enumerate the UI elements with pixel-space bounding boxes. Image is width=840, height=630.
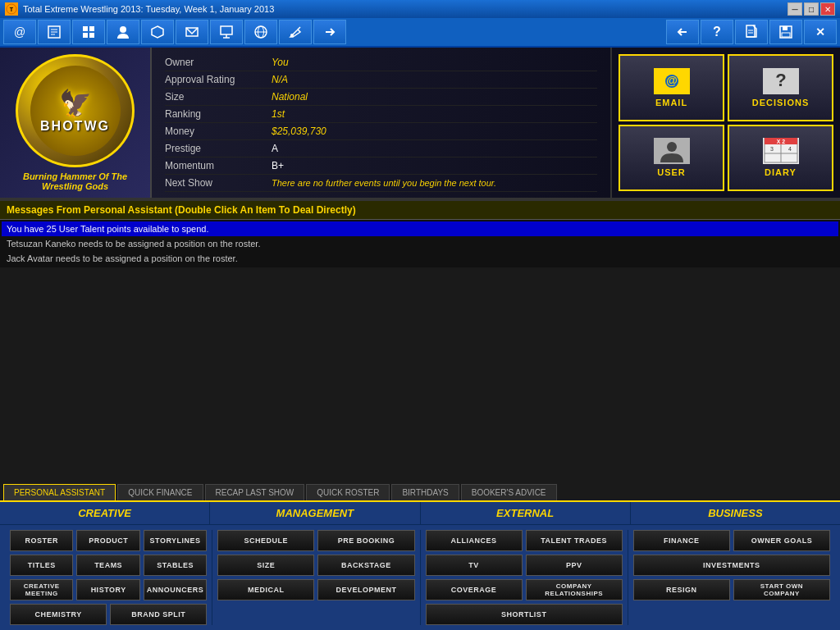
storylines-btn[interactable]: STORYLINES xyxy=(144,530,207,551)
logo-bird-icon: 🦅 xyxy=(59,88,92,119)
diary-action-btn[interactable]: X 2 3 4 DIARY xyxy=(728,125,833,192)
toolbar-doc-btn[interactable] xyxy=(735,20,768,44)
user-icon xyxy=(654,138,690,164)
top-info: 🦅 BHOTWG Burning Hammer Of TheWrestling … xyxy=(0,48,840,199)
message-item-0[interactable]: You have 25 User Talent points available… xyxy=(2,221,838,236)
stat-next-show: Next Show There are no further events un… xyxy=(165,175,597,192)
toolbar-arrow-btn[interactable] xyxy=(313,20,346,44)
announcers-btn[interactable]: ANNOUNCERS xyxy=(144,579,207,600)
email-icon: @ xyxy=(654,68,690,94)
schedule-btn[interactable]: SCHEDULE xyxy=(217,530,314,551)
category-headers: CREATIVE MANAGEMENT EXTERNAL BUSINESS xyxy=(0,502,840,525)
company-relationships-btn[interactable]: COMPANYRELATIONSHIPS xyxy=(526,579,623,600)
business-column: FINANCE OWNER GOALS INVESTMENTS RESIGN S… xyxy=(628,530,835,625)
pre-booking-btn[interactable]: PRE BOOKING xyxy=(317,530,414,551)
svg-text:3: 3 xyxy=(770,146,774,152)
logo-area: 🦅 BHOTWG Burning Hammer Of TheWrestling … xyxy=(0,48,152,198)
messages-list: You have 25 User Talent points available… xyxy=(0,220,840,267)
toolbar-email-btn[interactable]: @ xyxy=(3,20,36,44)
business-row-1: FINANCE OWNER GOALS xyxy=(633,530,830,551)
stat-approval: Approval Rating N/A xyxy=(165,71,597,89)
creative-row-2: TITLES TEAMS STABLES xyxy=(10,555,207,576)
app-icon: T xyxy=(5,2,18,16)
brand-split-btn[interactable]: BRAND SPLIT xyxy=(110,604,207,625)
toolbar-save-btn[interactable] xyxy=(769,20,802,44)
history-btn[interactable]: HISTORY xyxy=(76,579,139,600)
management-row-3: MEDICAL DEVELOPMENT xyxy=(217,579,414,600)
toolbar-person-btn[interactable] xyxy=(107,20,139,44)
stat-size-label: Size xyxy=(165,91,272,103)
tab-bookers-advice[interactable]: BOOKER'S ADVICE xyxy=(461,484,557,500)
messages-area: Messages From Personal Assistant (Double… xyxy=(0,199,840,479)
stat-next-show-value: There are no further events until you be… xyxy=(272,178,496,188)
toolbar-grid-btn[interactable] xyxy=(72,20,105,44)
talent-trades-btn[interactable]: TALENT TRADES xyxy=(526,530,623,551)
message-item-1[interactable]: Tetsuzan Kaneko needs to be assigned a p… xyxy=(2,236,838,251)
roster-btn[interactable]: ROSTER xyxy=(10,530,73,551)
stat-size-value: National xyxy=(272,91,308,103)
development-btn[interactable]: DEVELOPMENT xyxy=(317,579,414,600)
toolbar-tools-btn[interactable] xyxy=(279,20,312,44)
user-action-btn[interactable]: USER xyxy=(619,125,724,192)
tab-quick-finance[interactable]: QUICK FINANCE xyxy=(117,484,203,500)
decisions-action-btn[interactable]: ? DECISIONS xyxy=(728,54,833,121)
chemistry-btn[interactable]: CHEMISTRY xyxy=(10,604,107,625)
teams-btn[interactable]: TEAMS xyxy=(76,555,139,576)
svg-text:4: 4 xyxy=(788,146,792,152)
stat-ranking-value: 1st xyxy=(272,108,285,120)
close-button[interactable]: ✕ xyxy=(820,2,835,16)
stat-owner-value: You xyxy=(272,57,289,68)
investments-btn[interactable]: INVESTMENTS xyxy=(633,555,830,576)
finance-btn[interactable]: FINANCE xyxy=(633,530,730,551)
toolbar-globe-btn[interactable] xyxy=(244,20,277,44)
scrollable-messages[interactable]: You have 25 User Talent points available… xyxy=(0,220,840,267)
management-row-1: SCHEDULE PRE BOOKING xyxy=(217,530,414,551)
stat-prestige-value: A xyxy=(272,143,278,154)
start-own-company-btn[interactable]: START OWNCOMPANY xyxy=(733,579,830,600)
svg-text:T: T xyxy=(10,7,14,12)
button-grid: ROSTER PRODUCT STORYLINES TITLES TEAMS S… xyxy=(0,525,840,630)
toolbar-monitor-btn[interactable] xyxy=(210,20,243,44)
email-action-btn[interactable]: @ EMAIL xyxy=(619,54,724,121)
owner-goals-btn[interactable]: OWNER GOALS xyxy=(733,530,830,551)
toolbar-help-btn[interactable]: ? xyxy=(701,20,733,44)
title-bar: T Total Extreme Wrestling 2013: Tuesday,… xyxy=(0,0,840,18)
message-item-2[interactable]: Jack Avatar needs to be assigned a posit… xyxy=(2,251,838,266)
svg-rect-6 xyxy=(83,26,88,31)
toolbar-envelope-btn[interactable] xyxy=(176,20,208,44)
shortlist-btn[interactable]: SHORTLIST xyxy=(426,604,623,625)
backstage-btn[interactable]: BACKSTAGE xyxy=(317,555,414,576)
toolbar-exit-btn[interactable]: ✕ xyxy=(804,20,837,44)
main-toolbar: @ ? xyxy=(0,18,840,48)
toolbar-hex-btn[interactable] xyxy=(141,20,174,44)
maximize-button[interactable]: □ xyxy=(804,2,819,16)
coverage-btn[interactable]: COVERAGE xyxy=(426,579,523,600)
titles-btn[interactable]: TITLES xyxy=(10,555,73,576)
size-btn[interactable]: SIZE xyxy=(217,555,314,576)
toolbar-back-btn[interactable] xyxy=(666,20,699,44)
alliances-btn[interactable]: ALLIANCES xyxy=(426,530,523,551)
stat-momentum-label: Momentum xyxy=(165,160,272,171)
management-column: SCHEDULE PRE BOOKING SIZE BACKSTAGE MEDI… xyxy=(212,530,420,625)
creative-column: ROSTER PRODUCT STORYLINES TITLES TEAMS S… xyxy=(5,530,212,625)
ppv-btn[interactable]: PPV xyxy=(526,555,623,576)
stat-next-show-label: Next Show xyxy=(165,177,272,189)
creative-meeting-btn[interactable]: CREATIVEMEETING xyxy=(10,579,73,600)
svg-point-19 xyxy=(290,34,294,37)
minimize-button[interactable]: ─ xyxy=(788,2,802,16)
tab-birthdays[interactable]: BIRTHDAYS xyxy=(391,484,459,500)
tv-btn[interactable]: TV xyxy=(426,555,523,576)
external-row-4: SHORTLIST xyxy=(426,604,623,625)
tab-recap-last-show[interactable]: RECAP LAST SHOW xyxy=(205,484,305,500)
svg-text:X  2: X 2 xyxy=(776,139,785,144)
medical-btn[interactable]: MEDICAL xyxy=(217,579,314,600)
toolbar-notes-btn[interactable] xyxy=(38,20,71,44)
tab-quick-roster[interactable]: QUICK ROSTER xyxy=(306,484,390,500)
resign-btn[interactable]: RESIGN xyxy=(633,579,730,600)
external-column: ALLIANCES TALENT TRADES TV PPV COVERAGE … xyxy=(421,530,628,625)
external-row-1: ALLIANCES TALENT TRADES xyxy=(426,530,623,551)
company-name: Burning Hammer Of TheWrestling Gods xyxy=(23,171,127,191)
product-btn[interactable]: PRODUCT xyxy=(76,530,139,551)
tab-personal-assistant[interactable]: PERSONAL ASSISTANT xyxy=(3,484,116,500)
stables-btn[interactable]: STABLES xyxy=(144,555,207,576)
